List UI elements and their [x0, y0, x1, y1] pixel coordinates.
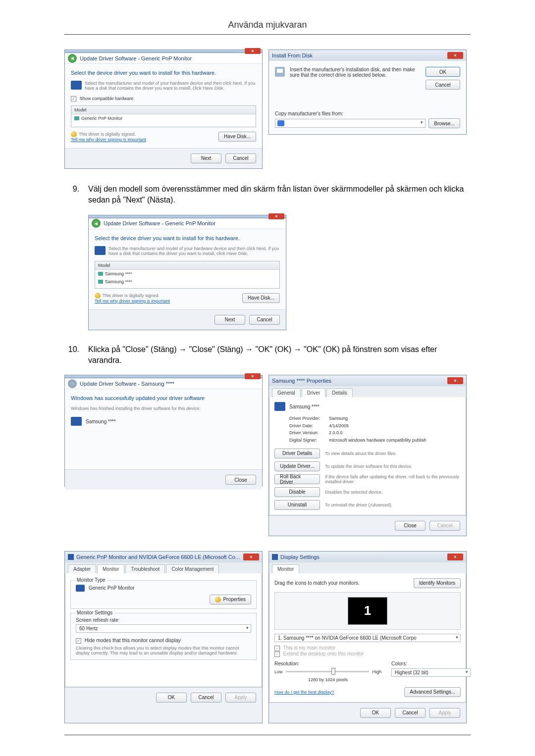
ok-button[interactable]: OK — [360, 708, 391, 718]
signing-link[interactable]: Tell me why driver signing is important — [71, 137, 146, 142]
tabstrip: General Driver Details — [269, 386, 466, 397]
close-button[interactable]: Close — [395, 521, 426, 531]
monitor-preview[interactable]: 1 — [274, 592, 461, 630]
model-listbox[interactable]: Model Samsung **** Samsung **** — [95, 261, 280, 289]
back-icon[interactable]: ◄ — [68, 54, 77, 63]
apply-button: Apply — [429, 708, 460, 718]
hint-text: Select the manufacturer and model of you… — [108, 246, 280, 256]
window-title: Update Driver Software - Samsung **** — [80, 381, 174, 387]
copy-from-label: Copy manufacturer's files from: — [275, 111, 460, 116]
window-title: Display Settings — [280, 554, 320, 560]
close-icon[interactable]: × — [243, 554, 259, 560]
monitor-name: Generic PnP Monitor — [89, 585, 135, 591]
tab-driver[interactable]: Driver — [302, 388, 326, 397]
list-item[interactable]: Samsung **** — [95, 278, 279, 286]
tab-details[interactable]: Details — [326, 388, 353, 397]
driver-details-button[interactable]: Driver Details — [274, 449, 320, 458]
close-icon[interactable]: × — [447, 554, 463, 560]
tab-troubleshoot[interactable]: Troubleshoot — [125, 564, 165, 573]
close-icon[interactable]: × — [245, 373, 261, 379]
model-listbox[interactable]: Model Generic PnP Monitor — [71, 105, 256, 127]
cancel-button[interactable]: Cancel — [426, 80, 460, 90]
next-button[interactable]: Next — [191, 153, 221, 163]
copy-from-combo[interactable] — [275, 119, 426, 128]
heading: Windows has successfully updated your dr… — [71, 395, 256, 401]
resolution-value: 1280 by 1024 pixels — [274, 677, 381, 682]
update-driver-button[interactable]: Update Driver... — [274, 461, 320, 471]
tab-monitor[interactable]: Monitor — [272, 564, 299, 573]
hide-modes-label: Hide modes that this monitor cannot disp… — [85, 638, 181, 643]
ver-value: 2.0.0.0 — [329, 430, 343, 435]
device-icon — [98, 280, 103, 284]
properties-button[interactable]: Properties — [210, 595, 251, 605]
next-button[interactable]: Next — [214, 315, 245, 325]
tabstrip: Adapter Monitor Troubleshoot Color Manag… — [65, 562, 262, 573]
hide-modes-checkbox[interactable]: ✓ — [76, 638, 81, 644]
step-10: 10. Klicka på "Close" (Stäng) → "Close" … — [64, 344, 471, 366]
insert-disk-text: Insert the manufacturer's installation d… — [290, 67, 421, 90]
device-icon — [74, 116, 79, 120]
identify-button[interactable]: Identify Monitors — [414, 578, 461, 588]
high-label: High — [372, 669, 381, 674]
signing-link[interactable]: Tell me why driver signing is important — [95, 299, 170, 303]
best-display-link[interactable]: How do I get the best display? — [274, 690, 334, 695]
browse-button[interactable]: Browse... — [428, 118, 460, 128]
properties-label: Properties — [223, 597, 246, 602]
title-underline — [64, 34, 471, 35]
window-device-properties: Samsung **** Properties × General Driver… — [268, 375, 467, 536]
footer-divider — [64, 735, 471, 735]
back-icon[interactable]: ◄ — [92, 219, 101, 228]
cancel-button[interactable]: Cancel — [191, 693, 221, 703]
tab-color[interactable]: Color Management — [166, 564, 219, 573]
device-name: Samsung **** — [86, 419, 116, 424]
cancel-button[interactable]: Cancel — [395, 708, 426, 718]
have-disk-button[interactable]: Have Disk... — [218, 132, 256, 142]
step-number: 10. — [64, 344, 79, 366]
window-update-success: × Update Driver Software - Samsung **** … — [64, 375, 263, 487]
device-dropdown[interactable]: 1. Samsung **** on NVIDIA GeForce 6600 L… — [274, 634, 461, 642]
advanced-button[interactable]: Advanced Settings... — [404, 687, 461, 697]
rollback-button[interactable]: Roll Back Driver — [274, 474, 320, 484]
uninstall-text: To uninstall the driver (Advanced). — [325, 503, 392, 507]
shield-icon — [215, 597, 221, 603]
colors-dropdown[interactable]: Highest (32 bit) — [391, 668, 471, 677]
close-button[interactable]: Close — [225, 475, 256, 485]
resolution-slider[interactable] — [286, 671, 370, 672]
close-icon[interactable]: × — [245, 48, 261, 54]
refresh-dropdown[interactable]: 60 Hertz — [76, 624, 251, 633]
window-title: Update Driver Software - Generic PnP Mon… — [80, 55, 192, 61]
list-item[interactable]: Generic PnP Monitor — [71, 114, 256, 122]
monitor-icon — [71, 81, 82, 90]
colors-label: Colors: — [391, 661, 461, 666]
ok-button[interactable]: OK — [156, 693, 187, 703]
step-9: 9. Välj den modell som överensstämmer me… — [64, 184, 471, 206]
tab-monitor[interactable]: Monitor — [97, 564, 124, 573]
show-compatible-checkbox[interactable]: ✓ — [71, 96, 76, 101]
window-install-from-disk: Install From Disk × Insert the manufactu… — [268, 50, 467, 135]
date-label: Driver Date: — [289, 422, 329, 429]
step-text: Klicka på "Close" (Stäng) → "Close" (Stä… — [88, 344, 471, 366]
close-icon[interactable]: × — [268, 213, 284, 219]
cancel-button[interactable]: Cancel — [249, 315, 280, 325]
tab-adapter[interactable]: Adapter — [68, 564, 96, 573]
list-item[interactable]: Samsung **** — [95, 270, 279, 278]
tabstrip: Monitor — [269, 562, 466, 573]
monitor-icon — [274, 402, 285, 411]
extend-label: Extend the desktop onto this monitor — [283, 651, 364, 656]
driver-details-text: To view details about the driver files. — [325, 451, 397, 456]
cancel-button: Cancel — [429, 521, 460, 531]
ok-button[interactable]: OK — [426, 67, 460, 77]
close-icon[interactable]: × — [447, 377, 463, 384]
monitor-thumb[interactable]: 1 — [348, 597, 387, 625]
sub-text: Windows has finished installing the driv… — [71, 406, 256, 411]
device-icon — [98, 272, 103, 276]
close-icon[interactable]: × — [447, 52, 463, 59]
update-driver-text: To update the driver software for this d… — [325, 464, 413, 469]
main-monitor-label: This is my main monitor — [283, 645, 336, 651]
tab-general[interactable]: General — [272, 388, 301, 397]
heading: Select the device driver you want to ins… — [95, 235, 280, 241]
disable-button[interactable]: Disable — [274, 487, 320, 497]
cancel-button[interactable]: Cancel — [225, 153, 256, 163]
have-disk-button[interactable]: Have Disk... — [242, 293, 280, 303]
uninstall-button[interactable]: Uninstall — [274, 500, 320, 510]
